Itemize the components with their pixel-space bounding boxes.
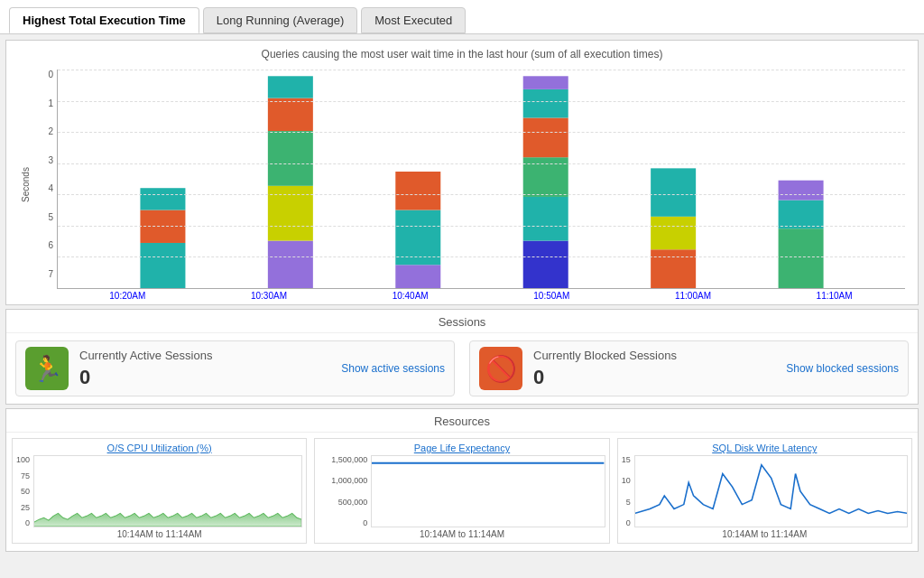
svg-rect-7 [268,76,313,98]
tab-highest[interactable]: Highest Total Execution Time [9,7,199,33]
active-sessions-icon: 🏃 [25,347,69,390]
ple-mini-chart [371,455,605,527]
bars-container: 10:20AM 10:30AM 10:40AM 10:50AM 11:00AM … [57,70,905,301]
svg-rect-9 [395,210,440,266]
cpu-chart-container: O/S CPU Utilization (%) 100 75 50 25 0 [12,438,307,544]
sessions-row: 🏃 Currently Active Sessions 0 Show activ… [6,333,918,404]
y-axis-ticks: 7 6 5 4 3 2 1 0 [32,70,57,301]
ple-chart-area: 1,500,000 1,000,000 500,000 0 [319,455,605,527]
ple-svg [372,456,604,527]
ple-time-label: 10:14AM to 11:14AM [319,529,605,539]
x-label-1110[interactable]: 11:10AM [808,291,862,301]
blocked-sessions-count: 0 [533,366,775,389]
disk-svg [635,456,907,527]
svg-rect-3 [268,241,313,288]
show-blocked-sessions-link[interactable]: Show blocked sessions [786,362,899,375]
svg-rect-5 [268,131,313,186]
blocked-sessions-icon: 🚫 [479,347,522,390]
svg-rect-10 [395,172,440,210]
active-sessions-label: Currently Active Sessions [79,349,330,362]
svg-rect-0 [140,243,185,288]
disk-chart-title[interactable]: SQL Disk Write Latency [622,443,908,453]
svg-rect-22 [779,181,824,200]
svg-rect-11 [523,241,568,288]
x-label-1050[interactable]: 10:50AM [524,291,578,301]
disk-y-axis: 15 10 5 0 [622,455,633,527]
disk-chart-area: 15 10 5 0 [622,455,908,527]
cpu-y-axis: 100 75 50 25 0 [16,455,32,527]
svg-rect-6 [268,98,313,131]
disk-time-label: 10:14AM to 11:14AM [622,529,908,539]
active-sessions-card: 🏃 Currently Active Sessions 0 Show activ… [15,340,455,396]
svg-rect-17 [651,249,696,288]
disk-mini-chart [634,455,908,527]
x-label-1020[interactable]: 10:20AM [100,291,154,301]
svg-rect-2 [140,188,185,210]
resources-title: Resources [6,409,918,433]
ple-y-axis: 1,500,000 1,000,000 500,000 0 [319,455,369,527]
active-sessions-info: Currently Active Sessions 0 [79,349,330,389]
svg-rect-16 [523,76,568,89]
execution-time-chart-section: Queries causing the most user wait time … [5,40,919,305]
svg-rect-12 [523,197,568,241]
resources-section: Resources O/S CPU Utilization (%) 100 75… [5,408,919,552]
svg-rect-20 [779,228,824,288]
chart-subtitle: Queries causing the most user wait time … [10,44,914,66]
svg-rect-15 [523,89,568,118]
x-label-1040[interactable]: 10:40AM [383,291,438,301]
x-axis-labels: 10:20AM 10:30AM 10:40AM 10:50AM 11:00AM … [57,289,905,301]
cpu-chart-area: 100 75 50 25 0 [16,455,302,527]
cpu-time-label: 10:14AM to 11:14AM [16,529,302,539]
svg-rect-4 [268,186,313,241]
cpu-svg [34,456,301,527]
svg-rect-19 [651,168,696,216]
bar-chart-svg [58,70,905,288]
disk-chart-container: SQL Disk Write Latency 15 10 5 0 10:14AM… [617,438,912,544]
svg-rect-18 [651,217,696,249]
svg-rect-21 [779,200,824,229]
svg-rect-8 [395,265,440,288]
chart-area: Seconds 7 6 5 4 3 2 1 0 [10,66,914,301]
cpu-chart-title[interactable]: O/S CPU Utilization (%) [16,443,302,453]
active-sessions-count: 0 [79,366,330,389]
blocked-sessions-label: Currently Blocked Sessions [533,349,775,362]
tab-longrunning[interactable]: Long Running (Average) [203,7,357,33]
ple-chart-title[interactable]: Page Life Expectancy [319,443,605,453]
x-label-1100[interactable]: 11:00AM [666,291,720,301]
svg-rect-13 [523,157,568,197]
sessions-section: Sessions 🏃 Currently Active Sessions 0 S… [5,309,919,405]
x-label-1030[interactable]: 10:30AM [242,291,296,301]
blocked-sessions-info: Currently Blocked Sessions 0 [533,349,775,389]
blocked-sessions-card: 🚫 Currently Blocked Sessions 0 Show bloc… [469,340,909,396]
svg-rect-1 [140,210,185,243]
ple-chart-container: Page Life Expectancy 1,500,000 1,000,000… [314,438,609,544]
cpu-mini-chart [33,455,302,527]
svg-rect-14 [523,117,568,157]
tab-mostexecuted[interactable]: Most Executed [361,7,466,33]
resources-row: O/S CPU Utilization (%) 100 75 50 25 0 [6,433,918,551]
bars-plot [57,70,905,289]
sessions-title: Sessions [6,310,918,333]
tabs-bar: Highest Total Execution Time Long Runnin… [0,0,924,34]
y-axis-label: Seconds [19,70,32,301]
show-active-sessions-link[interactable]: Show active sessions [341,362,445,375]
